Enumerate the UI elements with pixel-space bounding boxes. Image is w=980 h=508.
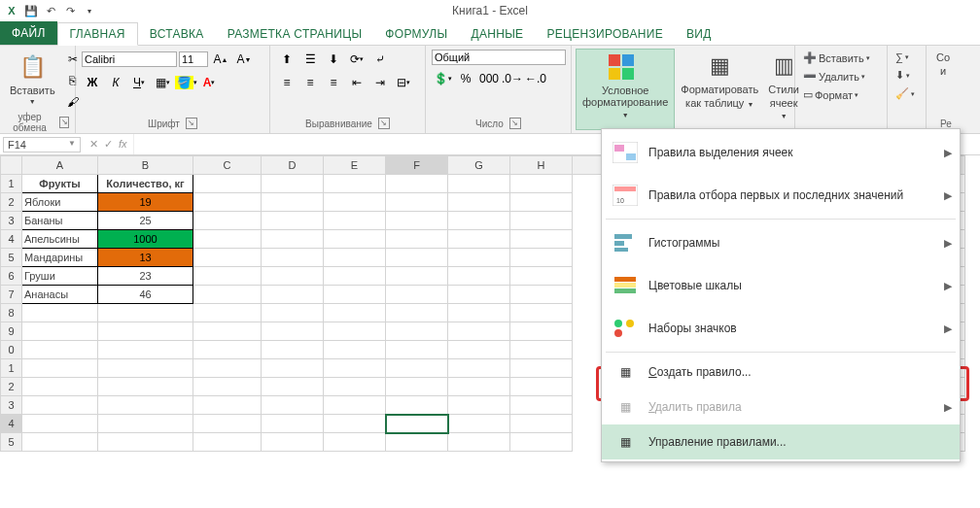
row-header[interactable]: 4 xyxy=(1,230,22,249)
cell[interactable]: Бананы xyxy=(22,212,98,230)
cell[interactable]: Фрукты xyxy=(22,175,98,193)
cell[interactable] xyxy=(262,286,324,304)
comma-button[interactable]: 000 xyxy=(478,69,500,88)
grow-font-button[interactable]: A▲ xyxy=(210,50,231,69)
active-cell[interactable] xyxy=(386,415,448,433)
font-color-button[interactable]: A▾ xyxy=(198,73,220,92)
col-header[interactable]: A xyxy=(22,156,98,175)
cell[interactable] xyxy=(98,396,193,415)
col-header[interactable]: E xyxy=(324,156,386,175)
cell[interactable] xyxy=(193,396,262,415)
cell[interactable] xyxy=(98,304,193,322)
cell[interactable] xyxy=(262,359,324,378)
cell[interactable] xyxy=(193,286,262,304)
cell[interactable] xyxy=(448,193,510,212)
wrap-text-button[interactable]: ⤶ xyxy=(369,50,391,69)
qat-customize-icon[interactable]: ▾ xyxy=(82,3,97,18)
row-header[interactable]: 4 xyxy=(1,415,22,433)
cell[interactable] xyxy=(193,341,262,359)
cell[interactable] xyxy=(98,341,193,359)
cell[interactable]: Апельсины xyxy=(22,230,98,249)
menu-clear-rules[interactable]: ▦ Удалить правила ▶ xyxy=(602,389,960,424)
save-icon[interactable]: 💾 xyxy=(23,3,39,18)
cell[interactable] xyxy=(98,415,193,433)
align-top-button[interactable]: ⬆ xyxy=(276,50,298,69)
cell[interactable] xyxy=(193,433,262,452)
cell[interactable] xyxy=(193,175,262,193)
cell[interactable]: 25 xyxy=(98,212,193,230)
cell[interactable] xyxy=(324,378,386,396)
borders-button[interactable]: ▦▾ xyxy=(152,73,173,92)
cell[interactable] xyxy=(510,304,573,322)
cell[interactable] xyxy=(448,378,510,396)
cell[interactable] xyxy=(510,378,573,396)
menu-data-bars[interactable]: Гистограммы ▶ xyxy=(602,221,960,264)
redo-icon[interactable]: ↷ xyxy=(62,3,78,18)
name-box[interactable]: F14▼ xyxy=(3,137,81,152)
orientation-button[interactable]: ⟳▾ xyxy=(346,50,368,69)
number-format-combo[interactable] xyxy=(432,50,566,65)
row-header[interactable]: 5 xyxy=(1,433,22,452)
cell[interactable] xyxy=(98,322,193,341)
align-center-button[interactable]: ≡ xyxy=(299,73,321,92)
row-header[interactable]: 1 xyxy=(1,359,22,378)
cell[interactable] xyxy=(448,322,510,341)
row-header[interactable]: 2 xyxy=(1,193,22,212)
cell[interactable] xyxy=(448,304,510,322)
cell[interactable] xyxy=(22,396,98,415)
row-header[interactable]: 0 xyxy=(1,341,22,359)
cell[interactable] xyxy=(324,396,386,415)
conditional-formatting-button[interactable]: Условное форматирование ▼ xyxy=(576,49,675,130)
row-header[interactable]: 6 xyxy=(1,267,22,286)
cell[interactable] xyxy=(193,267,262,286)
cell[interactable] xyxy=(193,359,262,378)
cell[interactable] xyxy=(448,212,510,230)
cell[interactable] xyxy=(510,359,573,378)
cell[interactable] xyxy=(386,433,448,452)
cell[interactable] xyxy=(22,433,98,452)
row-header[interactable]: 1 xyxy=(1,175,22,193)
paste-button[interactable]: 📋 Вставить ▼ xyxy=(6,50,59,108)
row-header[interactable]: 5 xyxy=(1,249,22,267)
undo-icon[interactable]: ↶ xyxy=(43,3,58,18)
dialog-launcher-icon[interactable]: ↘ xyxy=(509,118,521,129)
cell[interactable] xyxy=(22,359,98,378)
cell[interactable] xyxy=(262,230,324,249)
cell[interactable] xyxy=(448,249,510,267)
cell[interactable] xyxy=(98,359,193,378)
fill-button[interactable]: ⬇▾ xyxy=(893,67,912,84)
align-middle-button[interactable]: ☰ xyxy=(299,50,321,69)
menu-manage-rules[interactable]: ▦ Управление правилами... xyxy=(602,424,960,459)
cell[interactable] xyxy=(98,378,193,396)
dialog-launcher-icon[interactable]: ↘ xyxy=(378,118,390,129)
cell[interactable] xyxy=(386,359,448,378)
cell[interactable] xyxy=(324,322,386,341)
autosum-button[interactable]: ∑▾ xyxy=(893,50,911,65)
cell[interactable]: Груши xyxy=(22,267,98,286)
cell[interactable] xyxy=(510,396,573,415)
col-header[interactable]: B xyxy=(98,156,193,175)
cell[interactable] xyxy=(324,230,386,249)
cell[interactable] xyxy=(324,212,386,230)
enter-formula-icon[interactable]: ✓ xyxy=(104,138,113,151)
cell[interactable] xyxy=(510,415,573,433)
cell[interactable] xyxy=(193,193,262,212)
cell[interactable] xyxy=(448,359,510,378)
row-header[interactable]: 8 xyxy=(1,304,22,322)
cell[interactable] xyxy=(193,212,262,230)
align-bottom-button[interactable]: ⬇ xyxy=(323,50,344,69)
tab-file[interactable]: ФАЙЛ xyxy=(0,21,57,45)
cell[interactable]: Ананасы xyxy=(22,286,98,304)
cell[interactable] xyxy=(386,267,448,286)
merge-button[interactable]: ⊟▾ xyxy=(393,73,414,92)
cell[interactable] xyxy=(510,433,573,452)
cell[interactable] xyxy=(262,267,324,286)
cell[interactable] xyxy=(386,249,448,267)
menu-icon-sets[interactable]: Наборы значков ▶ xyxy=(602,307,960,350)
format-as-table-button[interactable]: ▦ Форматировать как таблицу ▼ xyxy=(677,49,762,111)
tab-view[interactable]: ВИД xyxy=(675,23,723,45)
tab-formulas[interactable]: ФОРМУЛЫ xyxy=(373,23,459,45)
cell[interactable] xyxy=(448,396,510,415)
tab-insert[interactable]: ВСТАВКА xyxy=(138,23,216,45)
cell[interactable] xyxy=(324,193,386,212)
